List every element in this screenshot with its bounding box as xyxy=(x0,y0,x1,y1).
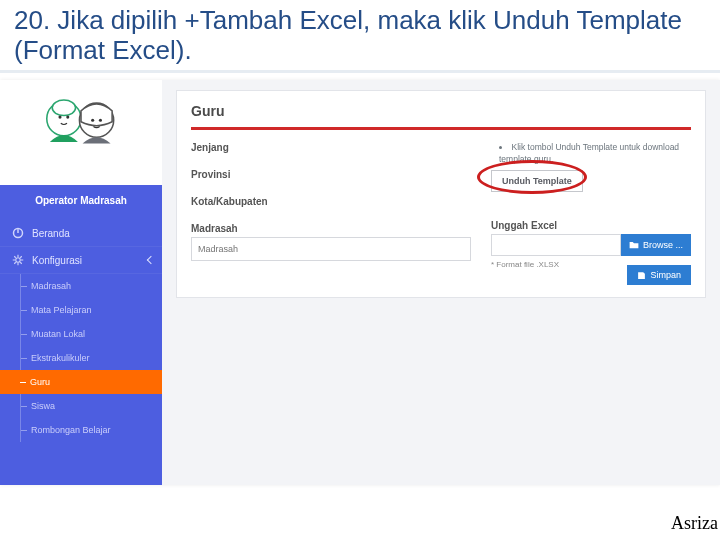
upload-path-input[interactable] xyxy=(491,234,621,256)
avatar-illustration-icon xyxy=(33,86,129,156)
svg-point-3 xyxy=(66,116,69,119)
dashboard-icon xyxy=(12,227,24,239)
download-wrap: Unduh Template xyxy=(491,170,583,192)
sidebar-sub-guru[interactable]: Guru xyxy=(0,370,162,394)
folder-icon xyxy=(629,240,639,250)
sidebar-sub-siswa[interactable]: Siswa xyxy=(20,394,162,418)
sidebar-item-konfigurasi[interactable]: Konfigurasi xyxy=(0,247,162,274)
save-icon xyxy=(637,271,646,280)
svg-point-5 xyxy=(91,119,94,122)
label-madrasah: Madrasah xyxy=(191,223,471,234)
field-jenjang: Jenjang xyxy=(191,142,471,153)
sidebar-sub-rombongan-belajar[interactable]: Rombongan Belajar xyxy=(20,418,162,442)
app-screenshot: Operator Madrasah Beranda Konfigurasi Ma… xyxy=(0,80,720,485)
label-upload: Unggah Excel xyxy=(491,220,691,231)
sidebar-item-beranda[interactable]: Beranda xyxy=(0,220,162,247)
submenu: Madrasah Mata Pelajaran Muatan Lokal Eks… xyxy=(0,274,162,442)
svg-point-1 xyxy=(52,100,75,116)
role-label: Operator Madrasah xyxy=(0,185,162,220)
label-jenjang: Jenjang xyxy=(191,142,471,153)
sidebar-sub-ekstrakulikuler[interactable]: Ekstrakulikuler xyxy=(20,346,162,370)
field-madrasah: Madrasah xyxy=(191,223,471,261)
hint-text: Klik tombol Unduh Template untuk downloa… xyxy=(499,142,691,166)
label-provinsi: Provinsi xyxy=(191,169,471,180)
gear-icon xyxy=(12,254,24,266)
svg-point-2 xyxy=(58,116,61,119)
svg-point-8 xyxy=(16,258,21,263)
browse-row: Browse ... xyxy=(491,234,691,256)
upload-section: Unggah Excel Browse ... * Format file .X… xyxy=(491,220,691,269)
form-right: Klik tombol Unduh Template untuk downloa… xyxy=(491,142,691,269)
browse-button[interactable]: Browse ... xyxy=(621,234,691,256)
main-menu: Beranda Konfigurasi xyxy=(0,220,162,274)
slide-title: 20. Jika dipilih +Tambah Excel, maka kli… xyxy=(14,6,706,66)
download-template-button[interactable]: Unduh Template xyxy=(491,170,583,192)
sidebar-item-label: Konfigurasi xyxy=(32,255,82,266)
avatar xyxy=(0,80,162,185)
field-kota: Kota/Kabupaten xyxy=(191,196,471,207)
save-button[interactable]: Simpan xyxy=(627,265,691,285)
sidebar-sub-madrasah[interactable]: Madrasah xyxy=(20,274,162,298)
field-provinsi: Provinsi xyxy=(191,169,471,180)
svg-point-6 xyxy=(99,119,102,122)
sidebar-item-label: Beranda xyxy=(32,228,70,239)
sidebar-sub-mata-pelajaran[interactable]: Mata Pelajaran xyxy=(20,298,162,322)
form-left: Jenjang Provinsi Kota/Kabupaten Madrasah xyxy=(191,142,471,277)
label-kota: Kota/Kabupaten xyxy=(191,196,471,207)
madrasah-input[interactable] xyxy=(191,237,471,261)
panel-heading: Guru xyxy=(191,103,691,130)
main-content: Guru Jenjang Provinsi Kota/Kabupaten Mad… xyxy=(162,80,720,485)
slide-title-band: 20. Jika dipilih +Tambah Excel, maka kli… xyxy=(0,0,720,73)
author-credit: Asriza xyxy=(671,513,718,534)
hint-list: Klik tombol Unduh Template untuk downloa… xyxy=(491,142,691,166)
sidebar-sub-muatan-lokal[interactable]: Muatan Lokal xyxy=(20,322,162,346)
panel-guru: Guru Jenjang Provinsi Kota/Kabupaten Mad… xyxy=(176,90,706,298)
sidebar: Operator Madrasah Beranda Konfigurasi Ma… xyxy=(0,80,162,485)
